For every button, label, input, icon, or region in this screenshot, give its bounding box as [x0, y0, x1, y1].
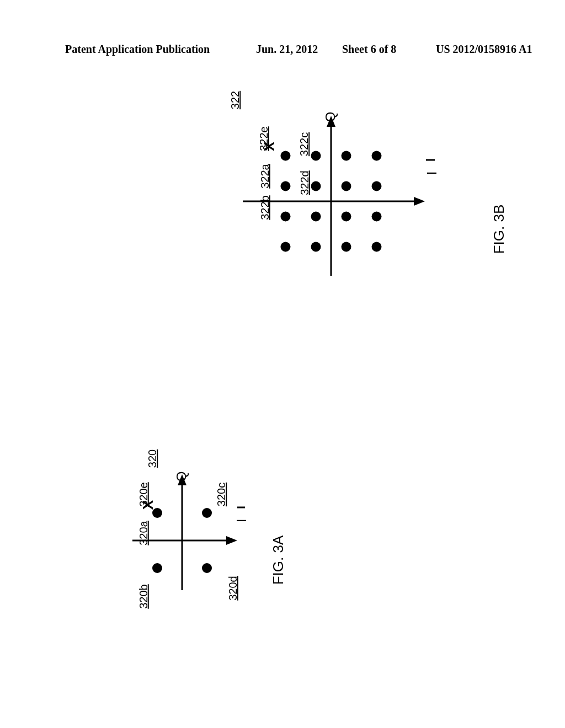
svg-marker-3 [226, 536, 237, 545]
figure-3a: 320 FIG. 3A Q I X 320e 320a 320b 320c [110, 436, 287, 673]
fig-3b-i-axis-label: I [424, 172, 440, 175]
svg-point-28 [342, 242, 351, 252]
fig-3a-label-320b: 320b [137, 584, 150, 609]
svg-marker-12 [414, 197, 425, 206]
svg-point-7 [152, 563, 162, 573]
fig-3a-q-axis-label: Q [174, 472, 189, 482]
publication-date: Jun. 21, 2012 [256, 43, 318, 56]
svg-point-16 [342, 151, 351, 161]
fig-3b-plot [204, 77, 513, 336]
sheet-number: Sheet 6 of 8 [342, 43, 396, 56]
svg-point-17 [372, 151, 382, 161]
fig-3a-label-320a: 320a [137, 521, 150, 545]
svg-point-21 [372, 181, 382, 191]
svg-point-25 [372, 212, 382, 222]
svg-point-26 [281, 242, 291, 252]
svg-point-24 [342, 212, 351, 222]
svg-point-14 [281, 151, 291, 161]
fig-3b-label-322c: 322c [298, 132, 311, 156]
figure-3b: 322 FIG. 3B [204, 77, 513, 336]
fig-3a-label-320c: 320c [215, 483, 228, 506]
svg-point-18 [281, 181, 291, 191]
svg-point-27 [311, 242, 321, 252]
svg-point-22 [281, 212, 291, 222]
svg-point-8 [202, 563, 212, 573]
fig-3b-label-322e: 322e [258, 126, 270, 151]
fig-3b-label-322b: 322b [259, 195, 271, 220]
svg-point-6 [202, 508, 212, 518]
publication-number: US 2012/0158916 A1 [436, 43, 532, 56]
fig-3a-label-320d: 320d [227, 576, 239, 601]
svg-point-15 [311, 151, 321, 161]
fig-3a-i-axis-label: I [234, 519, 249, 523]
fig-3b-label-322d: 322d [299, 170, 311, 195]
fig-3a-label-320e: 320e [137, 482, 150, 507]
fig-3b-q-axis-label: Q [323, 112, 338, 122]
svg-point-19 [311, 181, 321, 191]
fig-3b-label-322a: 322a [259, 164, 271, 189]
fig-3a-plot [110, 436, 287, 673]
publication-label: Patent Application Publication [65, 43, 210, 56]
svg-point-23 [311, 212, 321, 222]
svg-point-20 [342, 181, 351, 191]
svg-point-29 [372, 242, 382, 252]
